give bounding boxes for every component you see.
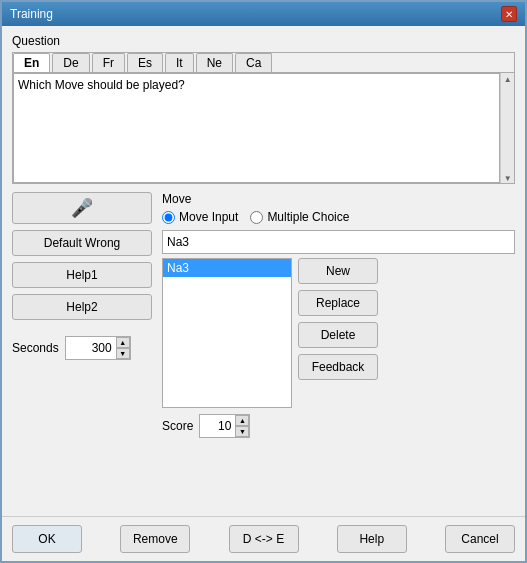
move-list-area: Na3 New Replace Delete Feedback xyxy=(162,258,515,408)
radio-multiple-choice-control[interactable] xyxy=(250,211,263,224)
score-input[interactable] xyxy=(200,415,235,437)
left-panel: 🎤 Default Wrong Help1 Help2 Seconds ▲ ▼ xyxy=(12,192,152,508)
score-input-wrapper: ▲ ▼ xyxy=(199,414,250,438)
radio-move-input-label: Move Input xyxy=(179,210,238,224)
mic-button[interactable]: 🎤 xyxy=(12,192,152,224)
right-panel: Move Move Input Multiple Choice xyxy=(162,192,515,508)
score-row: Score ▲ ▼ xyxy=(162,414,515,438)
mic-icon: 🎤 xyxy=(71,197,93,219)
move-buttons: New Replace Delete Feedback xyxy=(298,258,378,408)
list-item[interactable]: Na3 xyxy=(163,259,291,277)
cancel-button[interactable]: Cancel xyxy=(445,525,515,553)
question-label: Question xyxy=(12,34,515,48)
seconds-spinner: ▲ ▼ xyxy=(116,337,130,359)
language-tabs: En De Fr Es It Ne Ca xyxy=(13,53,514,73)
radio-multiple-choice[interactable]: Multiple Choice xyxy=(250,210,349,224)
tab-ca[interactable]: Ca xyxy=(235,53,272,72)
tab-es[interactable]: Es xyxy=(127,53,163,72)
help1-button[interactable]: Help1 xyxy=(12,262,152,288)
seconds-down[interactable]: ▼ xyxy=(116,348,130,359)
default-wrong-button[interactable]: Default Wrong xyxy=(12,230,152,256)
seconds-input-wrapper: ▲ ▼ xyxy=(65,336,131,360)
score-label: Score xyxy=(162,419,193,433)
tab-de[interactable]: De xyxy=(52,53,89,72)
remove-button[interactable]: Remove xyxy=(120,525,190,553)
radio-move-input-control[interactable] xyxy=(162,211,175,224)
radio-multiple-choice-label: Multiple Choice xyxy=(267,210,349,224)
question-textarea[interactable]: Which Move should be played? xyxy=(13,73,500,183)
help2-button[interactable]: Help2 xyxy=(12,294,152,320)
help-button[interactable]: Help xyxy=(337,525,407,553)
scrollbar[interactable]: ▲ ▼ xyxy=(500,73,514,183)
d-arrow-button[interactable]: D <-> E xyxy=(229,525,299,553)
tab-en[interactable]: En xyxy=(13,53,50,72)
move-label: Move xyxy=(162,192,515,206)
move-listbox[interactable]: Na3 xyxy=(162,258,292,408)
question-section: En De Fr Es It Ne Ca Which Move should b… xyxy=(12,52,515,184)
main-area: 🎤 Default Wrong Help1 Help2 Seconds ▲ ▼ xyxy=(12,192,515,508)
tab-it[interactable]: It xyxy=(165,53,194,72)
score-spinner: ▲ ▼ xyxy=(235,415,249,437)
seconds-row: Seconds ▲ ▼ xyxy=(12,336,152,360)
training-window: Training ✕ Question En De Fr Es It Ne Ca… xyxy=(0,0,527,563)
seconds-input[interactable] xyxy=(66,337,116,359)
bottom-bar: OK Remove D <-> E Help Cancel xyxy=(2,516,525,561)
seconds-up[interactable]: ▲ xyxy=(116,337,130,348)
title-bar: Training ✕ xyxy=(2,2,525,26)
score-up[interactable]: ▲ xyxy=(235,415,249,426)
feedback-button[interactable]: Feedback xyxy=(298,354,378,380)
tab-ne[interactable]: Ne xyxy=(196,53,233,72)
window-title: Training xyxy=(10,7,53,21)
main-content: Question En De Fr Es It Ne Ca Which Move… xyxy=(2,26,525,516)
question-textarea-wrapper: Which Move should be played? ▲ ▼ xyxy=(13,73,514,183)
radio-move-input[interactable]: Move Input xyxy=(162,210,238,224)
seconds-label: Seconds xyxy=(12,341,59,355)
close-button[interactable]: ✕ xyxy=(501,6,517,22)
move-input-field[interactable] xyxy=(162,230,515,254)
score-down[interactable]: ▼ xyxy=(235,426,249,437)
new-button[interactable]: New xyxy=(298,258,378,284)
radio-group: Move Input Multiple Choice xyxy=(162,210,515,224)
delete-button[interactable]: Delete xyxy=(298,322,378,348)
ok-button[interactable]: OK xyxy=(12,525,82,553)
replace-button[interactable]: Replace xyxy=(298,290,378,316)
tab-fr[interactable]: Fr xyxy=(92,53,125,72)
